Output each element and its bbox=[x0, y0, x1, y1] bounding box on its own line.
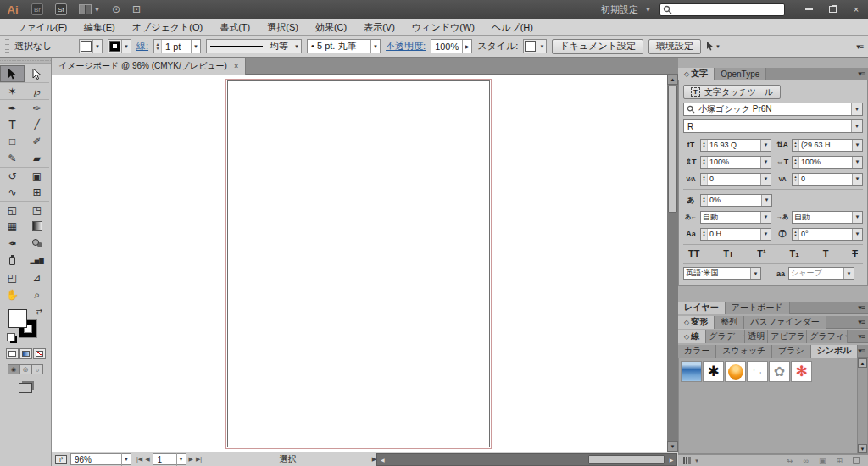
vertical-scrollbar[interactable]: ▲ ▼ bbox=[667, 75, 678, 452]
draw-inside-mode[interactable]: ○ bbox=[31, 364, 43, 374]
line-segment-tool[interactable]: ╱ bbox=[25, 116, 49, 133]
status-indicator[interactable]: 選択 bbox=[207, 453, 369, 465]
symbol-options-icon[interactable]: ▣ bbox=[819, 457, 826, 465]
search-input[interactable] bbox=[659, 3, 785, 16]
stepper-icon[interactable]: ▲▼ bbox=[701, 195, 708, 206]
tab-gradient[interactable]: グラデーション bbox=[706, 330, 745, 343]
panel-menu-icon[interactable]: ▾≡ bbox=[858, 303, 868, 312]
artboard[interactable] bbox=[225, 79, 492, 449]
antialias-select[interactable]: シャープ ▼ bbox=[788, 267, 854, 280]
selection-tool[interactable] bbox=[0, 65, 25, 82]
opacity-field[interactable]: 100% ▶ bbox=[431, 39, 472, 53]
brush-definition-select[interactable]: • 5 pt. 丸筆 ▼ bbox=[307, 39, 381, 53]
kerning-field[interactable]: ▲▼ 0 ▼ bbox=[700, 173, 771, 186]
chevron-down-icon[interactable]: ▼ bbox=[176, 453, 186, 466]
scroll-up-icon[interactable]: ▲ bbox=[667, 75, 678, 85]
workspace-switcher[interactable]: 初期設定 ▼ bbox=[593, 3, 659, 16]
chevron-down-icon[interactable]: ▼ bbox=[852, 229, 862, 240]
leading-field[interactable]: ▲▼ (29.63 H ▼ bbox=[792, 139, 863, 152]
break-link-icon[interactable]: ∞ bbox=[804, 457, 809, 465]
stepper-icon[interactable]: ▲▼ bbox=[701, 157, 708, 168]
panel-expand-icon[interactable]: ◇ bbox=[684, 319, 689, 326]
stepper-icon[interactable]: ▲▼ bbox=[793, 140, 799, 151]
blank-symbol[interactable]: ⌜ ⌟ bbox=[747, 361, 768, 382]
chevron-down-icon[interactable]: ▼ bbox=[851, 120, 862, 132]
tab-close-icon[interactable]: × bbox=[234, 62, 238, 70]
symbol-libraries-icon[interactable] bbox=[683, 457, 693, 464]
shape-builder-tool[interactable]: ◱ bbox=[0, 201, 25, 218]
panel-expand-icon[interactable]: ◇ bbox=[684, 70, 689, 78]
chevron-down-icon[interactable]: ▼ bbox=[852, 157, 862, 168]
chevron-down-icon[interactable]: ▼ bbox=[760, 157, 771, 168]
slice-tool[interactable]: ⊿ bbox=[25, 269, 49, 286]
stroke-color-picker[interactable]: ▼ bbox=[108, 39, 131, 53]
orange-orb-symbol[interactable] bbox=[725, 361, 746, 382]
tsume-field[interactable]: ▲▼ 0% ▼ bbox=[700, 194, 772, 207]
chevron-down-icon[interactable]: ▼ bbox=[851, 103, 862, 115]
close-button[interactable]: × bbox=[844, 1, 868, 18]
chevron-down-icon[interactable]: ▼ bbox=[852, 174, 862, 185]
next-artboard-icon[interactable]: ▶ bbox=[189, 456, 193, 463]
symbol-sprayer-tool[interactable] bbox=[0, 252, 25, 269]
default-fill-stroke-icon[interactable] bbox=[7, 333, 15, 341]
stroke-weight-field[interactable]: ▲▼ 1 pt ▼ bbox=[153, 39, 201, 53]
delete-symbol-icon[interactable] bbox=[853, 457, 860, 464]
width-profile-select[interactable]: 均等 ▼ bbox=[206, 39, 302, 53]
draw-normal-mode[interactable]: ◉ bbox=[8, 364, 19, 374]
tab-symbols[interactable]: シンボル bbox=[811, 345, 859, 358]
document-tab[interactable]: イメージボード @ 96% (CMYK/プレビュー) × bbox=[52, 58, 246, 75]
tab-transform[interactable]: ◇ 変形 bbox=[678, 316, 715, 329]
scroll-right-icon[interactable]: ▶ bbox=[666, 454, 676, 465]
all-caps-button[interactable]: TT bbox=[688, 248, 699, 258]
new-symbol-icon[interactable]: ⊞ bbox=[836, 457, 843, 465]
tab-opentype[interactable]: OpenType bbox=[715, 68, 766, 80]
panel-expand-icon[interactable]: ◇ bbox=[684, 333, 689, 341]
opacity-link[interactable]: 不透明度: bbox=[386, 40, 426, 53]
chevron-right-icon[interactable]: ▶ bbox=[462, 40, 471, 53]
menu-effect[interactable]: 効果(C) bbox=[307, 19, 355, 36]
aki-right-select[interactable]: 自動 ▼ bbox=[792, 211, 863, 224]
font-style-select[interactable]: R ▼ bbox=[683, 119, 863, 133]
chevron-down-icon[interactable]: ▼ bbox=[370, 40, 380, 53]
previous-artboard-icon[interactable]: ◀ bbox=[145, 456, 149, 463]
preferences-button[interactable]: 環境設定 bbox=[648, 39, 701, 54]
rotate-tool[interactable]: ↺ bbox=[0, 167, 25, 184]
tab-swatches[interactable]: スウォッチ bbox=[716, 345, 772, 358]
color-button[interactable] bbox=[6, 348, 19, 359]
magic-wand-tool[interactable]: ✶ bbox=[0, 82, 25, 99]
arrange-documents-icon[interactable]: ▼ bbox=[79, 4, 100, 14]
stepper-icon[interactable]: ▲▼ bbox=[701, 174, 708, 185]
pencil-tool[interactable]: ✎ bbox=[0, 150, 25, 167]
menu-file[interactable]: ファイル(F) bbox=[8, 19, 75, 36]
mesh-tool[interactable]: ▦ bbox=[0, 218, 25, 235]
scroll-down-icon[interactable]: ▼ bbox=[858, 444, 867, 453]
document-setup-button[interactable]: ドキュメント設定 bbox=[552, 39, 643, 54]
chevron-down-icon[interactable]: ▼ bbox=[760, 140, 771, 151]
stepper-icon[interactable]: ▲▼ bbox=[701, 140, 708, 151]
gpu-performance-icon[interactable]: ⊙ bbox=[112, 3, 120, 15]
vertical-scroll-thumb[interactable] bbox=[668, 86, 677, 213]
stepper-icon[interactable]: ▲▼ bbox=[793, 157, 799, 168]
horizontal-scroll-thumb[interactable] bbox=[588, 455, 665, 464]
panel-menu-icon[interactable]: ▾≡ bbox=[858, 318, 868, 326]
stepper-icon[interactable]: ▲▼ bbox=[701, 229, 708, 240]
panel-menu-icon[interactable]: ▾≡ bbox=[858, 347, 868, 355]
chevron-down-icon[interactable]: ▼ bbox=[760, 212, 771, 223]
symbols-scrollbar[interactable]: ▲ ▼ bbox=[857, 358, 867, 453]
zoom-tool[interactable]: ⌕ bbox=[25, 286, 49, 302]
export-icon[interactable]: ↱ bbox=[55, 455, 67, 464]
chevron-down-icon[interactable]: ▼ bbox=[292, 40, 301, 53]
chevron-down-icon[interactable]: ▼ bbox=[761, 195, 771, 206]
type-tool[interactable]: T bbox=[0, 116, 25, 133]
tab-graphic-styles[interactable]: グラフィック bbox=[807, 330, 848, 343]
direct-selection-tool[interactable] bbox=[25, 65, 49, 82]
artboard-number-field[interactable]: 1 ▼ bbox=[153, 453, 186, 465]
menu-view[interactable]: 表示(V) bbox=[355, 19, 403, 36]
strikethrough-button[interactable]: T bbox=[852, 248, 858, 258]
chevron-down-icon[interactable]: ▼ bbox=[750, 268, 760, 279]
tab-pathfinder[interactable]: パスファインダー bbox=[744, 316, 826, 329]
cursor-options-icon[interactable]: ▼ bbox=[706, 42, 721, 51]
gradient-tool[interactable] bbox=[25, 218, 49, 235]
eraser-tool[interactable]: ▰ bbox=[25, 150, 49, 167]
menu-type[interactable]: 書式(T) bbox=[211, 19, 259, 36]
